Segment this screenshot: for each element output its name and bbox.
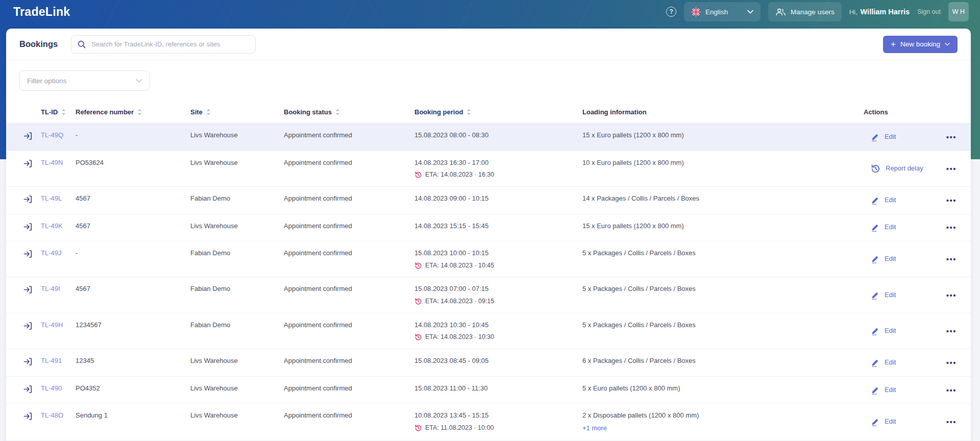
booking-period-text: 14.08.2023 09:00 - 10:15	[414, 194, 575, 203]
app-logo[interactable]: TradeLink	[13, 5, 70, 19]
manage-users-button[interactable]: Manage users	[768, 2, 842, 21]
booking-id-link[interactable]: TL-49J	[41, 249, 61, 257]
loading-info-text: 10 x Euro pallets (1200 x 800 mm)	[582, 158, 856, 167]
open-booking-icon[interactable]	[23, 222, 33, 232]
help-icon[interactable]: ?	[666, 7, 676, 17]
row-menu-button[interactable]: •••	[946, 291, 957, 299]
open-booking-icon[interactable]	[23, 321, 33, 331]
eta-text: ETA: 14.08.2023 · 16:30	[425, 170, 494, 179]
loading-cell: 5 x Packages / Collis / Parcels / Boxes	[582, 321, 864, 330]
booking-period-text: 15.08.2023 10:00 - 10:15	[414, 249, 575, 258]
booking-period-text: 15.08.2023 08:00 - 08:30	[414, 131, 575, 140]
row-action[interactable]: Edit	[864, 418, 896, 426]
booking-id-link[interactable]: TL-49N	[41, 159, 63, 166]
new-booking-button[interactable]: + New booking	[883, 36, 958, 53]
sort-icon	[137, 109, 142, 115]
edit-icon	[871, 327, 879, 335]
row-action[interactable]: Edit	[864, 386, 896, 395]
booking-id-link[interactable]: TL-49H	[41, 321, 63, 329]
row-action[interactable]: Edit	[864, 255, 896, 263]
table-row[interactable]: TL-49H 1234567 Fabian Demo Appointment c…	[6, 313, 971, 349]
booking-id-link[interactable]: TL-49L	[41, 194, 62, 202]
row-menu-button[interactable]: •••	[946, 133, 957, 141]
column-header-reference-number[interactable]: Reference number	[76, 108, 190, 116]
row-menu-button[interactable]: •••	[946, 255, 957, 263]
period-cell: 10.08.2023 13:45 - 15:15 ETA: 11.08.2023…	[414, 411, 582, 432]
row-menu-button[interactable]: •••	[946, 165, 957, 173]
table-row[interactable]: TL-49J - Fabian Demo Appointment confirm…	[6, 241, 971, 277]
open-booking-icon[interactable]	[23, 384, 33, 394]
booking-id-link[interactable]: TL-49Q	[41, 131, 63, 139]
eta-history-icon	[414, 424, 422, 432]
loading-cell: 5 x Packages / Collis / Parcels / Boxes	[582, 284, 864, 293]
loading-info-text: 5 x Packages / Collis / Parcels / Boxes	[582, 249, 856, 258]
row-action[interactable]: Edit	[864, 358, 896, 367]
booking-period-text: 14.08.2023 16:30 - 17:00	[414, 158, 575, 167]
status-cell: Appointment confirmed	[284, 194, 414, 203]
booking-id-link[interactable]: TL-49I	[41, 285, 60, 292]
booking-id-link[interactable]: TL-490	[41, 384, 62, 392]
booking-id-link[interactable]: TL-49K	[41, 222, 63, 230]
column-header-label: Booking status	[284, 108, 332, 116]
filter-options-dropdown[interactable]: Filter options	[19, 70, 150, 91]
sign-out-link[interactable]: Sign out	[917, 8, 941, 15]
edit-icon	[871, 255, 879, 263]
action-label: Edit	[885, 223, 896, 232]
period-cell: 14.08.2023 16:30 - 17:00 ETA: 14.08.2023…	[414, 158, 582, 179]
row-action[interactable]: Edit	[864, 133, 896, 141]
row-menu-button[interactable]: •••	[946, 327, 957, 335]
filter-options-label: Filter options	[27, 77, 66, 85]
eta-text: ETA: 14.08.2023 · 09:15	[425, 297, 494, 306]
open-booking-icon[interactable]	[23, 159, 33, 168]
table-row[interactable]: TL-49N PO53624 Livs Warehouse Appointmen…	[6, 151, 971, 187]
eta-text: ETA: 14.08.2023 · 10:45	[425, 261, 494, 270]
row-action[interactable]: Edit	[864, 223, 896, 232]
open-booking-icon[interactable]	[23, 285, 33, 295]
open-booking-icon[interactable]	[23, 131, 33, 141]
table-row[interactable]: TL-49K 4567 Livs Warehouse Appointment c…	[6, 214, 971, 242]
actions-cell: Edit •••	[864, 327, 971, 335]
user-avatar[interactable]: W H	[948, 2, 969, 21]
table-row[interactable]: TL-491 12345 Livs Warehouse Appointment …	[6, 349, 971, 377]
actions-cell: Edit •••	[864, 386, 971, 395]
column-header-loading-information: Loading information	[582, 108, 864, 116]
table-row[interactable]: TL-49I 4567 Fabian Demo Appointment conf…	[6, 277, 971, 313]
column-header-tl-id[interactable]: TL-ID	[41, 108, 76, 116]
column-header-label: Reference number	[76, 108, 134, 116]
more-link[interactable]: +1 more	[582, 424, 607, 433]
table-row[interactable]: TL-48O Sendung 1 Livs Warehouse Appointm…	[6, 404, 971, 440]
language-selector[interactable]: English	[684, 2, 761, 21]
table-row[interactable]: TL-49Q - Livs Warehouse Appointment conf…	[6, 124, 971, 151]
site-cell: Livs Warehouse	[190, 356, 284, 365]
booking-id-link[interactable]: TL-48O	[41, 411, 63, 419]
column-header-site[interactable]: Site	[190, 108, 284, 116]
loading-info-text: 5 x Packages / Collis / Parcels / Boxes	[582, 321, 856, 330]
table-row[interactable]: TL-49L 4567 Fabian Demo Appointment conf…	[6, 187, 971, 214]
open-booking-icon[interactable]	[23, 194, 33, 204]
search-input[interactable]	[90, 40, 249, 48]
row-action[interactable]: Edit	[864, 327, 896, 335]
action-label: Edit	[885, 196, 896, 205]
open-booking-icon[interactable]	[23, 357, 33, 366]
reference-cell: -	[76, 249, 190, 258]
booking-id-link[interactable]: TL-491	[41, 357, 62, 364]
row-menu-button[interactable]: •••	[946, 224, 957, 231]
row-menu-button[interactable]: •••	[946, 386, 957, 394]
period-cell: 15.08.2023 10:00 - 10:15 ETA: 14.08.2023…	[414, 249, 582, 270]
open-booking-icon[interactable]	[23, 411, 33, 421]
chevron-down-icon	[747, 10, 753, 14]
table-row[interactable]: TL-490 PO4352 Livs Warehouse Appointment…	[6, 377, 971, 404]
loading-cell: 14 x Packages / Collis / Parcels / Boxes	[582, 194, 864, 203]
column-header-booking-period[interactable]: Booking period	[414, 108, 582, 116]
row-action[interactable]: Edit	[864, 196, 896, 205]
open-booking-icon[interactable]	[23, 249, 33, 259]
row-menu-button[interactable]: •••	[946, 197, 957, 204]
column-header-booking-status[interactable]: Booking status	[284, 108, 414, 116]
edit-icon	[871, 223, 879, 232]
row-action[interactable]: Report delay	[864, 164, 923, 174]
status-cell: Appointment confirmed	[284, 321, 414, 330]
loading-info-text: 14 x Packages / Collis / Parcels / Boxes	[582, 194, 856, 203]
row-action[interactable]: Edit	[864, 291, 896, 300]
row-menu-button[interactable]: •••	[946, 418, 957, 426]
row-menu-button[interactable]: •••	[946, 359, 957, 366]
